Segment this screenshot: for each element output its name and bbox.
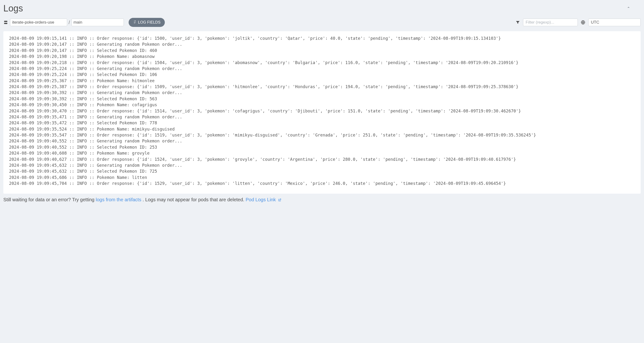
log-panel: 2024-08-09 19:09:15,141 :: INFO :: Order… [3, 31, 641, 194]
repo-input[interactable] [10, 18, 67, 26]
svg-rect-0 [4, 21, 7, 22]
svg-rect-1 [4, 23, 7, 24]
footer-text-before: Still waiting for data or an error? Try … [3, 197, 96, 202]
log-body[interactable]: 2024-08-09 19:09:15,141 :: INFO :: Order… [9, 36, 635, 186]
log-fields-button[interactable]: LOG FIELDS [128, 18, 165, 27]
globe-icon[interactable] [581, 20, 586, 25]
external-link-icon [277, 197, 282, 202]
timezone-input[interactable] [588, 18, 641, 26]
footer: Still waiting for data or an error? Try … [3, 197, 641, 202]
path-separator: / [68, 20, 70, 25]
log-fields-label: LOG FIELDS [138, 20, 160, 24]
pod-logs-link[interactable]: Pod Logs Link [246, 197, 281, 202]
artifacts-logs-link[interactable]: logs from the artifacts [96, 197, 141, 202]
swap-icon [133, 20, 137, 25]
footer-text-middle: . Logs may not appear for pods that are … [143, 197, 246, 202]
filter-icon[interactable] [516, 20, 520, 25]
source-selector: / [10, 18, 124, 26]
filter-input[interactable] [523, 18, 578, 26]
branch-input[interactable] [72, 18, 124, 26]
storage-icon [3, 20, 8, 25]
page-title: Logs [3, 3, 641, 14]
toolbar: / LOG FIELDS [3, 18, 641, 27]
collapse-up-icon[interactable] [626, 5, 631, 11]
pod-logs-link-label: Pod Logs Link [246, 197, 276, 202]
